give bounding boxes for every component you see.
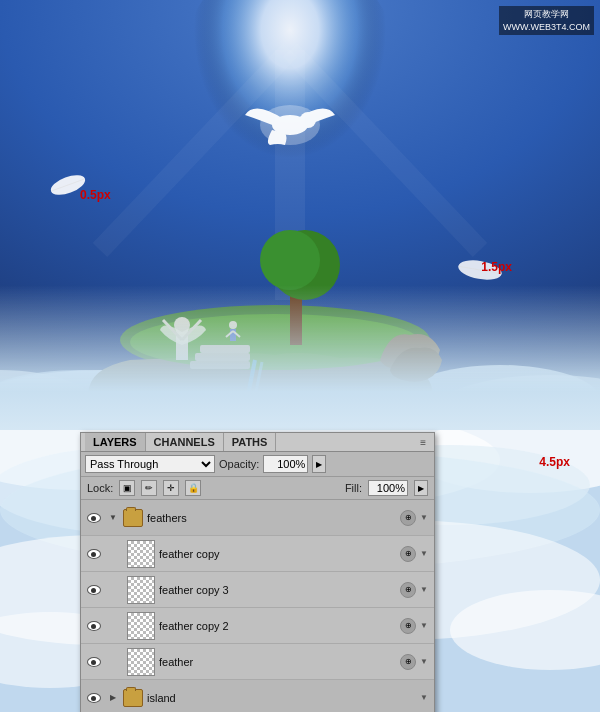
eye-feathers-group[interactable] [85,509,103,527]
layer-name-island: island [147,692,416,704]
eye-feather-copy-3[interactable] [85,581,103,599]
fill-arrow[interactable]: ▶ [414,480,428,496]
layer-name-feather-copy-2: feather copy 2 [159,620,396,632]
layer-row-feathers-group[interactable]: ▼ feathers ⊕ ▼ [81,500,434,536]
link-feather-copy-3[interactable]: ⊕ [400,582,416,598]
layer-name-feather: feather [159,656,396,668]
eye-symbol [87,513,101,523]
watermark-line2: WWW.WEB3T4.COM [503,21,590,34]
layer-options-feather-copy[interactable]: ▼ [420,549,430,559]
lock-all-btn[interactable]: 🔒 [185,480,201,496]
eye-symbol [87,657,101,667]
thumb-feather [127,648,155,676]
blend-opacity-row: Pass Through Normal Multiply Screen Over… [81,452,434,477]
layer-row-island[interactable]: ▶ island ▼ [81,680,434,712]
layer-options-feather-copy-2[interactable]: ▼ [420,621,430,631]
eye-feather-copy-2[interactable] [85,617,103,635]
opacity-arrow[interactable]: ▶ [312,455,326,473]
tab-paths[interactable]: PATHS [224,433,277,451]
panel-tabs: LAYERS CHANNELS PATHS ≡ [81,433,434,452]
lock-move-btn[interactable]: ✛ [163,480,179,496]
layers-list: ▼ feathers ⊕ ▼ feather copy ⊕ ▼ [81,500,434,712]
svg-point-13 [260,105,320,145]
blend-mode-select[interactable]: Pass Through Normal Multiply Screen Over… [85,455,215,473]
link-feathers-group[interactable]: ⊕ [400,510,416,526]
layer-name-feather-copy-3: feather copy 3 [159,584,396,596]
eye-symbol [87,621,101,631]
eye-feather[interactable] [85,653,103,671]
svg-point-27 [229,321,237,329]
layer-options-feathers-group[interactable]: ▼ [420,513,430,523]
thumb-feather-copy [127,540,155,568]
layer-options-feather-copy-3[interactable]: ▼ [420,585,430,595]
link-feather-copy[interactable]: ⊕ [400,546,416,562]
fill-input[interactable] [368,480,408,496]
feather-annotation-large: 4.5px [539,455,570,469]
svg-rect-16 [200,345,250,353]
thumb-feather-copy-2 [127,612,155,640]
layers-panel: LAYERS CHANNELS PATHS ≡ Pass Through Nor… [80,432,435,712]
tab-channels[interactable]: CHANNELS [146,433,224,451]
eye-symbol [87,549,101,559]
scene-svg [0,0,600,430]
lock-transparency-btn[interactable]: ▣ [119,480,135,496]
eye-feather-copy[interactable] [85,545,103,563]
thumb-checker [128,577,154,603]
eye-symbol [87,693,101,703]
watermark-line1: 网页教学网 [503,8,590,21]
svg-rect-28 [230,329,236,341]
layer-name-feathers-group: feathers [147,512,396,524]
layer-options-island[interactable]: ▼ [420,693,430,703]
fill-label: Fill: [345,482,362,494]
layer-row-feather[interactable]: feather ⊕ ▼ [81,644,434,680]
lock-paint-btn[interactable]: ✏ [141,480,157,496]
feather-annotation-topLeft: 0.5px [80,188,111,202]
expand-feathers-group[interactable]: ▼ [107,512,119,524]
watermark: 网页教学网 WWW.WEB3T4.COM [499,6,594,35]
feather-annotation-right: 1.5px [481,260,512,274]
thumb-checker [128,649,154,675]
layer-options-feather[interactable]: ▼ [420,657,430,667]
thumb-feather-copy-3 [127,576,155,604]
svg-rect-18 [190,361,250,369]
opacity-label: Opacity: [219,458,259,470]
svg-point-22 [260,230,320,290]
folder-feathers-group [123,509,143,527]
eye-island[interactable] [85,689,103,707]
svg-point-15 [130,314,420,370]
scene-background [0,0,600,430]
panel-menu-icon[interactable]: ≡ [416,435,430,450]
lock-fill-row: Lock: ▣ ✏ ✛ 🔒 Fill: ▶ [81,477,434,500]
layer-row-feather-copy-2[interactable]: feather copy 2 ⊕ ▼ [81,608,434,644]
folder-island [123,689,143,707]
link-feather-copy-2[interactable]: ⊕ [400,618,416,634]
link-feather[interactable]: ⊕ [400,654,416,670]
lock-label: Lock: [87,482,113,494]
tab-layers[interactable]: LAYERS [85,433,146,451]
thumb-checker [128,541,154,567]
svg-rect-17 [195,353,250,361]
layer-row-feather-copy-3[interactable]: feather copy 3 ⊕ ▼ [81,572,434,608]
opacity-input[interactable]: 100% [263,455,308,473]
eye-symbol [87,585,101,595]
thumb-checker [128,613,154,639]
layer-name-feather-copy: feather copy [159,548,396,560]
expand-island[interactable]: ▶ [107,692,119,704]
layer-row-feather-copy[interactable]: feather copy ⊕ ▼ [81,536,434,572]
